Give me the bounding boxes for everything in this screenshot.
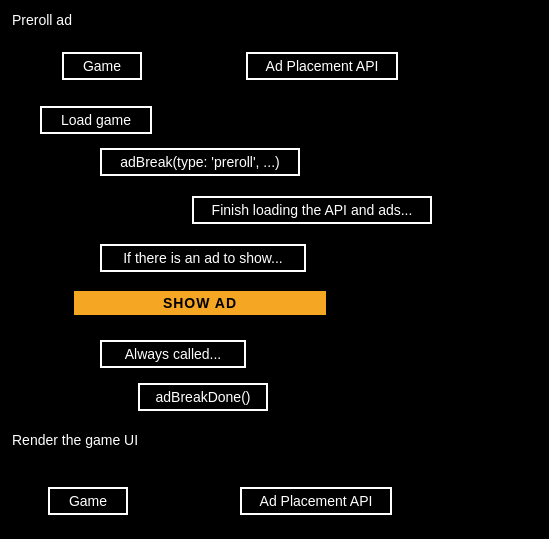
ad-placement-api-box-bottom: Ad Placement API bbox=[240, 487, 392, 515]
ad-break-done-box: adBreakDone() bbox=[138, 383, 268, 411]
game-box-bottom: Game bbox=[48, 487, 128, 515]
preroll-ad-label: Preroll ad bbox=[8, 10, 76, 30]
ad-placement-api-box-top: Ad Placement API bbox=[246, 52, 398, 80]
render-game-ui-label: Render the game UI bbox=[8, 430, 142, 450]
finish-loading-box: Finish loading the API and ads... bbox=[192, 196, 432, 224]
show-ad-box: SHOW AD bbox=[74, 291, 326, 315]
game-box-top: Game bbox=[62, 52, 142, 80]
if-ad-box: If there is an ad to show... bbox=[100, 244, 306, 272]
load-game-box: Load game bbox=[40, 106, 152, 134]
ad-break-call-box: adBreak(type: 'preroll', ...) bbox=[100, 148, 300, 176]
always-called-box: Always called... bbox=[100, 340, 246, 368]
